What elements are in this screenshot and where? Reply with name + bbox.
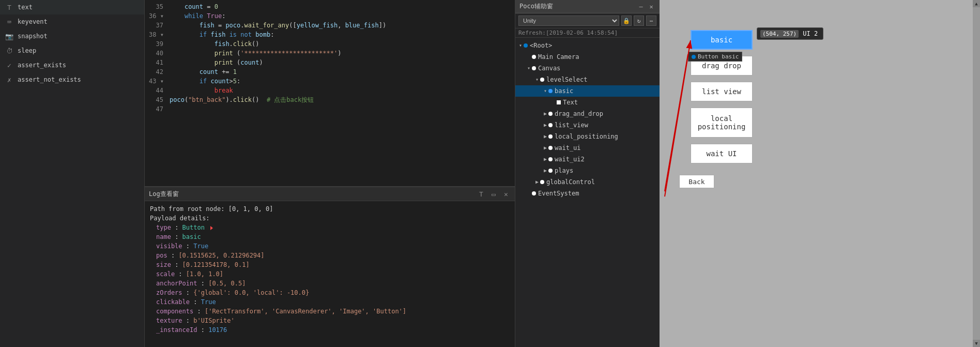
preview-back-button[interactable]: Back [679, 175, 714, 188]
sidebar-item-assert-exists-label: assert_exists [18, 62, 66, 69]
left-sidebar: T text ⌨ keyevent 📷 snapshot ⏱ sleep ✓ a… [0, 0, 145, 347]
log-field-visible: visible : True [150, 242, 510, 251]
tree-item-levelselect[interactable]: ▾ levelSelect [515, 74, 660, 85]
main-camera-dot-icon [532, 55, 536, 59]
scroll-down-icon[interactable]: ▼ [973, 340, 980, 347]
log-title: Log查看窗 [149, 190, 473, 199]
preview-button-wait-ui[interactable]: wait UI [691, 144, 753, 163]
drag-drop-dot-icon [548, 112, 553, 116]
preview-content: basic drag drop list view local position… [660, 0, 980, 347]
code-editor: 35 count = 0 36 ▾ while True: 37 fish = … [145, 0, 515, 187]
log-field-type: type : Button [150, 223, 510, 232]
log-field-name: name : basic [150, 232, 510, 242]
ui-tooltip: (504, 257) UI 2 [757, 27, 823, 40]
code-line-41: 41 print (count) [145, 58, 515, 67]
poco-panel: Poco辅助窗 — ✕ Unity 🔒 ↻ ⋯ Refresh:[2019-02… [515, 0, 660, 347]
log-field-zorders: zOrders : {'global': 0.0, 'local': -10.0… [150, 288, 510, 297]
tree-item-canvas[interactable]: ▾ Canvas [515, 63, 660, 74]
sidebar-item-text-label: text [18, 4, 33, 11]
tree-item-text[interactable]: Text [515, 97, 660, 108]
scroll-up-icon[interactable]: ▲ [973, 0, 980, 7]
code-line-44: 44 break [145, 86, 515, 95]
code-line-43: 43 ▾ if count>5: [145, 77, 515, 86]
tree-item-global-control[interactable]: ▶ globalControl [515, 176, 660, 188]
sidebar-item-snapshot-label: snapshot [18, 33, 48, 40]
wait-ui2-dot-icon [548, 157, 553, 161]
poco-refresh-timestamp: Refresh:[2019-02-06 14:58:54] [515, 28, 660, 38]
log-minimize-button[interactable]: ▭ [489, 189, 498, 199]
code-line-35: 35 count = 0 [145, 2, 515, 11]
tree-item-event-system[interactable]: EventSystem [515, 188, 660, 199]
sidebar-item-keyevent[interactable]: ⌨ keyevent [0, 14, 144, 29]
main-content: 35 count = 0 36 ▾ while True: 37 fish = … [145, 0, 515, 347]
keyevent-icon: ⌨ [5, 18, 13, 26]
svg-line-2 [665, 54, 688, 191]
poco-settings-button[interactable]: ✕ [647, 3, 655, 11]
preview-button-list-view[interactable]: list view [691, 82, 753, 101]
wait-ui-dot-icon [548, 146, 553, 150]
log-field-pos: pos : [0.1515625, 0.21296294] [150, 251, 510, 260]
preview-button-basic[interactable]: basic [691, 30, 753, 50]
log-filter-button[interactable]: T [477, 189, 486, 199]
log-field-texture: texture : b'UISprite' [150, 316, 510, 325]
plays-dot-icon [548, 169, 553, 173]
poco-lock-button[interactable]: 🔒 [621, 16, 632, 26]
sidebar-item-snapshot[interactable]: 📷 snapshot [0, 29, 144, 43]
log-panel: Log查看窗 T ▭ ✕ Path from root node: [0, 1,… [145, 187, 515, 347]
basic-dot-icon [548, 89, 553, 93]
tree-item-main-camera[interactable]: Main Camera [515, 51, 660, 63]
log-field-size: size : [0.121354178, 0.1] [150, 260, 510, 269]
log-field-instanceid: _instanceId : 10176 [150, 325, 510, 335]
text-icon: T [5, 3, 13, 11]
log-field-anchor: anchorPoint : [0.5, 0.5] [150, 279, 510, 288]
sidebar-item-sleep-label: sleep [18, 47, 36, 54]
tree-item-list-view[interactable]: ▶ list_view [515, 119, 660, 131]
code-line-47: 47 [145, 104, 515, 114]
log-field-scale: scale : [1.0, 1.0] [150, 269, 510, 279]
poco-settings2-button[interactable]: ⋯ [646, 16, 656, 26]
poco-tree: ▾ <Root> Main Camera ▾ Canvas ▾ levelSel… [515, 38, 660, 347]
code-line-45: 45 poco("btn_back").click() # 点击back按钮 [145, 95, 515, 104]
code-line-39: 39 fish.click() [145, 39, 515, 49]
sleep-icon: ⏱ [5, 47, 13, 55]
list-view-dot-icon [548, 123, 553, 127]
tree-item-drag-and-drop[interactable]: ▶ drag_and_drop [515, 108, 660, 119]
tree-item-basic[interactable]: ▾ basic [515, 85, 660, 97]
sidebar-item-assert-not-exists[interactable]: ✗ assert_not_exists [0, 72, 144, 87]
poco-unity-select[interactable]: Unity [518, 16, 619, 26]
tree-arrow-root: ▾ [517, 41, 524, 50]
poco-panel-header: Poco辅助窗 — ✕ [515, 0, 660, 13]
code-line-36: 36 ▾ while True: [145, 11, 515, 21]
svg-line-1 [665, 40, 691, 197]
levelselect-dot-icon [540, 78, 544, 82]
sidebar-item-assert-exists[interactable]: ✓ assert_exists [0, 58, 144, 72]
ui-dropdown-hint: Button basic [688, 52, 742, 62]
log-field-clickable: clickable : True [150, 297, 510, 307]
tooltip-coord: (504, 257) [760, 30, 799, 38]
log-field-components: components : ['RectTransform', 'CanvasRe… [150, 307, 510, 316]
local-positioning-dot-icon [548, 134, 553, 139]
log-close-button[interactable]: ✕ [501, 189, 511, 199]
poco-close-button[interactable]: — [637, 3, 645, 11]
tree-item-local-positioning[interactable]: ▶ local_positioning [515, 131, 660, 142]
global-control-dot-icon [540, 180, 544, 184]
tree-item-wait-ui[interactable]: ▶ wait_ui [515, 142, 660, 154]
code-line-37: 37 fish = poco.wait_for_any([yellow_fish… [145, 21, 515, 30]
event-system-dot-icon [532, 191, 536, 195]
preview-button-local-positioning[interactable]: local positioning [691, 108, 753, 138]
log-body: Path from root node: [0, 1, 0, 0] Payloa… [145, 201, 515, 347]
tree-item-plays[interactable]: ▶ plays [515, 165, 660, 176]
poco-refresh-button[interactable]: ↻ [634, 16, 644, 26]
poco-controls: Unity 🔒 ↻ ⋯ [515, 13, 660, 28]
code-line-38: 38 ▾ if fish is not bomb: [145, 30, 515, 39]
preview-right-scrollbar: ▲ ▼ [973, 0, 980, 347]
tree-item-root[interactable]: ▾ <Root> [515, 40, 660, 51]
tree-item-wait-ui2[interactable]: ▶ wait_ui2 [515, 154, 660, 165]
sidebar-item-assert-not-exists-label: assert_not_exists [18, 76, 81, 83]
sidebar-item-sleep[interactable]: ⏱ sleep [0, 43, 144, 58]
dropdown-dot-icon [692, 55, 696, 59]
dropdown-label: Button basic [698, 53, 739, 60]
code-line-40: 40 print ('************************') [145, 49, 515, 58]
canvas-dot-icon [532, 66, 536, 70]
sidebar-item-text[interactable]: T text [0, 0, 144, 14]
